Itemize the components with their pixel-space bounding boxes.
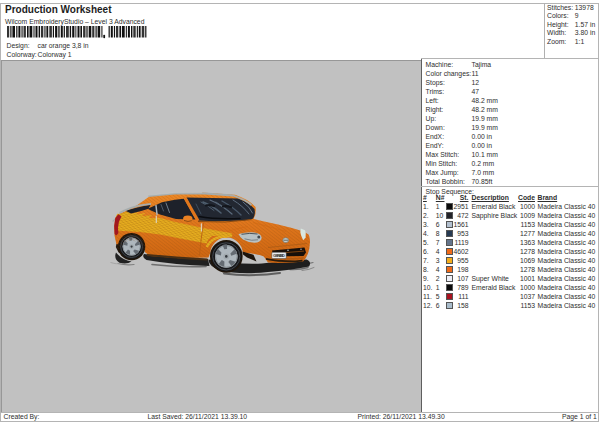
svg-text:GSR4BD: GSR4BD xyxy=(273,253,285,258)
